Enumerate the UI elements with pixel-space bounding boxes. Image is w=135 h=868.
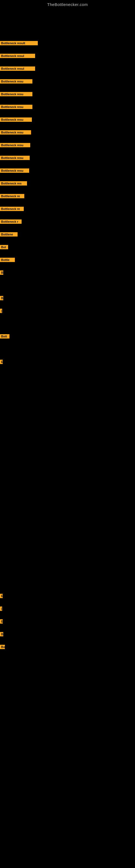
bar-label: Bottleneck resu <box>0 143 30 147</box>
bar-row: E <box>0 619 3 624</box>
bar-row: Bottleneck r <box>0 219 21 224</box>
bar-label: Bottleneck re <box>0 194 24 198</box>
bar-row: B <box>0 296 3 300</box>
bar-label: Bottleneck resu <box>0 130 31 134</box>
bar-row: Bottleneck result <box>0 41 38 45</box>
bar-row: Bottleneck resu <box>0 168 29 173</box>
bar-row: Bottleneck resu <box>0 105 32 109</box>
bar-label: Bottleneck resu <box>0 79 32 84</box>
bar-row: Bottleneck resu <box>0 156 30 160</box>
bar-row: Bottleneck re <box>0 207 24 211</box>
bar-row: B <box>0 632 3 637</box>
bar-label: Bottleneck re <box>0 207 24 211</box>
bar-label: B <box>0 632 3 637</box>
bar-row: E <box>0 594 3 598</box>
bar-label: Bottleneck res <box>0 181 27 186</box>
bar-label: B <box>0 296 3 300</box>
bar-label: Bottleneck result <box>0 41 38 45</box>
bar-row: Bottleneck resu <box>0 143 30 147</box>
bar-row: Bo <box>0 645 5 649</box>
bar-label: Bottleneck resu <box>0 168 29 173</box>
bar-row: E <box>0 360 3 364</box>
bar-row: B <box>0 271 3 275</box>
bar-label: Bottleneck resu <box>0 118 32 122</box>
bar-label: E <box>0 594 3 598</box>
bar-row: Bottleneck re <box>0 194 24 198</box>
bar-label: Bottleneck resul <box>0 54 35 58</box>
bar-label: E <box>0 360 3 364</box>
bar-label: Bo <box>0 645 5 649</box>
bar-row: Bottleneck resu <box>0 130 31 134</box>
bar-label: Bottleneck resu <box>0 92 32 96</box>
bar-row: Bottlene <box>0 232 17 237</box>
bar-label: B <box>0 271 3 275</box>
bar-label: | <box>0 607 2 611</box>
bar-row: Bottleneck resul <box>0 54 35 58</box>
bar-row: Bottleneck res <box>0 181 27 186</box>
site-title: TheBottlenecker.com <box>0 0 135 8</box>
bar-label: Bottlene <box>0 232 17 237</box>
bar-row: | <box>0 607 2 611</box>
bar-label: Bottleneck resu <box>0 105 32 109</box>
bar-row: | <box>0 309 2 313</box>
bar-label: Bottleneck resul <box>0 66 35 71</box>
bar-label: Bottle <box>0 258 15 262</box>
bar-label: Bot <box>0 245 8 249</box>
bar-row: Bottleneck resu <box>0 79 32 84</box>
bar-row: Bottleneck resu <box>0 118 32 122</box>
bar-row: Bot <box>0 245 8 249</box>
bar-label: Bottleneck r <box>0 219 21 224</box>
bar-row: Bottle <box>0 258 15 262</box>
bar-row: Bott <box>0 334 9 339</box>
bar-row: Bottleneck resu <box>0 92 32 96</box>
bar-label: | <box>0 309 2 313</box>
bar-label: Bott <box>0 334 9 339</box>
bar-row: Bottleneck resul <box>0 66 35 71</box>
bar-label: Bottleneck resu <box>0 156 30 160</box>
bar-label: E <box>0 619 3 624</box>
